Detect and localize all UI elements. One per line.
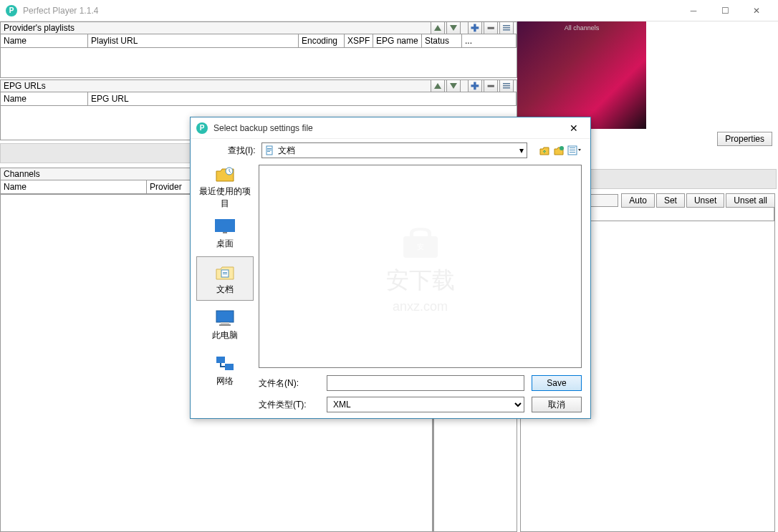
svg-rect-1 xyxy=(503,27,510,29)
col-status[interactable]: Status xyxy=(422,34,462,47)
svg-rect-2 xyxy=(503,29,510,31)
save-button[interactable]: Save xyxy=(532,375,582,391)
playlists-down-button[interactable] xyxy=(446,21,461,34)
view-menu-icon[interactable] xyxy=(567,145,582,156)
properties-button[interactable]: Properties xyxy=(717,132,772,146)
col-url[interactable]: EPG URL xyxy=(88,92,517,105)
playlists-table-body[interactable] xyxy=(0,48,517,78)
place-computer-label: 此电脑 xyxy=(212,329,238,342)
watermark: 安 安下载 anxz.com xyxy=(386,219,455,314)
svg-rect-4 xyxy=(503,85,510,87)
place-documents-label: 文档 xyxy=(216,284,234,296)
logos-auto-button[interactable]: Auto xyxy=(621,193,655,208)
recent-icon xyxy=(213,164,236,184)
place-desktop-label: 桌面 xyxy=(216,238,234,250)
svg-rect-12 xyxy=(267,150,272,150)
svg-rect-13 xyxy=(267,151,270,152)
epg-add-button[interactable]: ✚ xyxy=(468,79,482,92)
cancel-button[interactable]: 取消 xyxy=(532,397,582,412)
documents-icon xyxy=(213,262,236,282)
watermark-text1: 安下载 xyxy=(386,265,455,296)
col-url[interactable]: Playlist URL xyxy=(88,34,299,47)
new-folder-icon[interactable] xyxy=(553,145,565,156)
col-encoding[interactable]: Encoding xyxy=(299,34,345,47)
svg-rect-21 xyxy=(223,232,227,233)
places-bar: 最近使用的项目 桌面 文档 此电脑 网络 xyxy=(191,162,259,418)
preview-label: All channels xyxy=(565,24,600,32)
playlists-remove-button[interactable]: ━ xyxy=(484,21,498,34)
computer-icon xyxy=(213,308,236,328)
place-documents[interactable]: 文档 xyxy=(196,256,254,301)
dialog-icon: P xyxy=(196,122,208,134)
lookin-combo[interactable]: 文档 ▾ xyxy=(261,142,527,158)
playlists-add-button[interactable]: ✚ xyxy=(468,21,482,34)
svg-rect-24 xyxy=(223,274,227,274)
svg-rect-3 xyxy=(503,83,510,84)
svg-rect-28 xyxy=(216,357,225,363)
place-desktop[interactable]: 桌面 xyxy=(196,211,254,255)
svg-rect-0 xyxy=(503,25,510,26)
epg-down-button[interactable] xyxy=(446,79,461,92)
minimize-button[interactable]: ─ xyxy=(678,0,709,21)
logos-unset-button[interactable]: Unset xyxy=(686,193,724,208)
svg-rect-11 xyxy=(267,148,272,149)
playlists-up-button[interactable] xyxy=(431,21,445,34)
file-list[interactable]: 安 安下载 anxz.com xyxy=(259,165,582,368)
document-icon xyxy=(265,145,275,155)
filetype-select[interactable]: XML xyxy=(327,397,524,412)
place-recent-label: 最近使用的项目 xyxy=(196,185,254,210)
epg-up-button[interactable] xyxy=(431,79,445,92)
place-recent[interactable]: 最近使用的项目 xyxy=(196,165,254,209)
lookin-label: 查找(I): xyxy=(228,145,256,157)
col-more[interactable]: ... xyxy=(462,34,517,47)
playlists-title: Provider's playlists xyxy=(4,23,429,33)
watermark-text2: anxz.com xyxy=(393,299,448,314)
playlists-menu-button[interactable] xyxy=(499,21,514,34)
app-icon: P xyxy=(6,5,17,16)
col-epg[interactable]: EPG name xyxy=(373,34,422,47)
place-network-label: 网络 xyxy=(216,375,234,387)
logos-unsetall-button[interactable]: Unset all xyxy=(726,193,775,208)
svg-rect-25 xyxy=(216,311,234,322)
combo-arrow-icon: ▾ xyxy=(519,145,524,155)
svg-point-14 xyxy=(560,146,564,150)
filename-label: 文件名(N): xyxy=(259,377,320,390)
col-xspf[interactable]: XSPF xyxy=(345,34,373,47)
preview-panel: All channels xyxy=(517,21,646,129)
dialog-toolbar: 查找(I): 文档 ▾ xyxy=(191,139,590,162)
epg-remove-button[interactable]: ━ xyxy=(484,79,498,92)
place-computer[interactable]: 此电脑 xyxy=(196,302,254,347)
svg-rect-29 xyxy=(225,364,234,370)
dialog-titlebar: P Select backup settings file ✕ xyxy=(191,117,590,139)
svg-rect-17 xyxy=(570,150,575,150)
svg-rect-18 xyxy=(570,152,575,153)
place-network[interactable]: 网络 xyxy=(196,348,254,392)
filename-input[interactable] xyxy=(327,375,524,391)
logos-set-button[interactable]: Set xyxy=(656,193,685,208)
svg-rect-20 xyxy=(215,219,235,232)
svg-rect-27 xyxy=(219,324,231,326)
svg-rect-26 xyxy=(221,322,229,324)
svg-rect-5 xyxy=(503,87,510,89)
dialog-close-button[interactable]: ✕ xyxy=(563,117,585,139)
svg-text:安: 安 xyxy=(417,243,424,251)
epg-title: EPG URLs xyxy=(4,81,429,91)
file-dialog: P Select backup settings file ✕ 查找(I): 文… xyxy=(190,117,591,419)
desktop-icon xyxy=(213,216,236,236)
playlists-table-header: Name Playlist URL Encoding XSPF EPG name… xyxy=(0,34,517,48)
up-folder-icon[interactable] xyxy=(539,145,550,156)
svg-rect-23 xyxy=(223,272,227,273)
epg-menu-button[interactable] xyxy=(499,79,514,92)
titlebar: P Perfect Player 1.1.4 ─ ☐ ✕ xyxy=(0,0,778,21)
col-name[interactable]: Name xyxy=(1,34,88,47)
col-name[interactable]: Name xyxy=(1,92,88,105)
dialog-title: Select backup settings file xyxy=(213,123,563,133)
network-icon xyxy=(213,354,236,374)
watermark-icon: 安 xyxy=(399,219,442,262)
channels-title: Channels xyxy=(4,169,201,179)
app-title: Perfect Player 1.1.4 xyxy=(23,6,678,16)
col-name[interactable]: Name xyxy=(1,180,147,193)
close-button[interactable]: ✕ xyxy=(741,0,772,21)
maximize-button[interactable]: ☐ xyxy=(709,0,741,21)
epg-table-header: Name EPG URL xyxy=(0,92,517,106)
